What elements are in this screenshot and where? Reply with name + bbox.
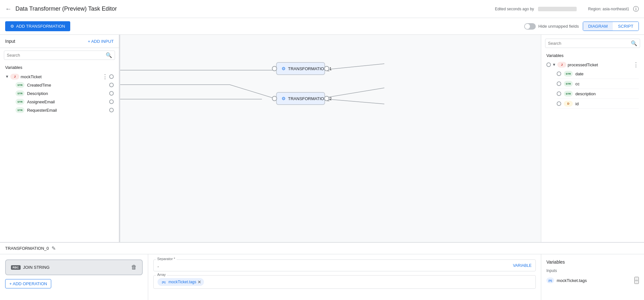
array-tag-mocktickettags: [S] mockTicket.tags ✕ [158, 278, 204, 286]
arrow-icon: ▼ [5, 74, 9, 79]
bottom-content: RBC JOIN STRING 🗑 + ADD OPERATION Separa… [0, 254, 644, 300]
tab-script[interactable]: SCRIPT [613, 22, 639, 31]
right-conn-id[interactable] [557, 101, 561, 106]
transformation-2-node[interactable]: TRANSFORMATION_2 ⚙ [272, 92, 332, 105]
port-right-2[interactable] [324, 96, 329, 101]
right-var-cc: STR cc [557, 79, 639, 89]
user-redacted [538, 7, 577, 11]
right-variable-children: STR date STR cc STR description [546, 69, 639, 109]
child-name-assigneeemail: AssigneeEmail [27, 99, 107, 104]
right-type-cc: STR [564, 81, 573, 87]
right-search-input[interactable] [548, 41, 631, 46]
connector-dot-mockticket[interactable] [109, 74, 114, 79]
separator-field-group: Separator * , VARIABLE [153, 259, 536, 271]
tag-text: mockTicket.tags [168, 280, 196, 284]
bottom-title-bar: TRANSFORMATION_0 ✎ [0, 243, 644, 254]
toolbar: ⚙ ADD TRANSFORMATION Hide unmapped field… [0, 18, 644, 35]
type-badge-str-2: STR [15, 90, 24, 96]
variable-header-mockticket[interactable]: ▼ J mockTicket ⋮ [5, 72, 114, 81]
edited-meta: Edited seconds ago by [495, 7, 534, 11]
operation-label: RBC JOIN STRING [11, 265, 50, 270]
edit-icon[interactable]: ✎ [52, 245, 56, 251]
top-header: ← Data Transformer (Preview) Task Editor… [0, 0, 644, 18]
right-conn-desc[interactable] [557, 91, 561, 96]
svg-text:⚙: ⚙ [282, 66, 286, 71]
left-search-box: 🔍 [4, 51, 115, 60]
right-conn-cc[interactable] [557, 81, 561, 86]
bottom-right-vars-panel: Variables Inputs [S] mockTicket.tags ⎓ [541, 254, 644, 300]
variable-name-mockticket: mockTicket [21, 74, 101, 79]
connector-dot-requester[interactable] [109, 108, 114, 112]
right-name-desc: description [575, 91, 596, 96]
array-input: [S] mockTicket.tags ✕ [153, 275, 536, 289]
left-search-icon[interactable]: 🔍 [106, 52, 112, 58]
back-button[interactable]: ← [5, 5, 12, 13]
var-child-assigneeemail: STR AssigneeEmail [15, 98, 114, 106]
right-connector-processed[interactable] [546, 62, 551, 67]
var-child-createdtime: STR CreatedTime [15, 81, 114, 89]
right-name-cc: cc [575, 81, 580, 86]
view-tabs: DIAGRAM SCRIPT [583, 22, 639, 31]
type-badge-str-3: STR [15, 99, 24, 105]
more-button-mockticket[interactable]: ⋮ [102, 74, 108, 80]
add-transformation-button[interactable]: ⚙ ADD TRANSFORMATION [5, 21, 70, 31]
add-operation-button[interactable]: + ADD OPERATION [5, 279, 51, 288]
canvas-svg: TRANSFORMATION_1 ⚙ TRANSFORMATION_2 ⚙ [120, 35, 541, 242]
connector-dot-description[interactable] [109, 91, 114, 96]
chip-remove-button[interactable]: ✕ [197, 279, 201, 285]
port-left-1[interactable] [272, 66, 277, 71]
operation-card-joinstring: RBC JOIN STRING 🗑 [5, 259, 143, 275]
transformation-1-node[interactable]: TRANSFORMATION_1 ⚙ [272, 62, 332, 75]
gear-icon: ⚙ [10, 24, 14, 29]
hide-unmapped-label: Hide unmapped fields [538, 24, 579, 29]
transformation-name-label: TRANSFORMATION_0 [5, 246, 49, 251]
var-child-description: STR Description [15, 89, 114, 98]
toggle-switch[interactable] [524, 23, 536, 30]
right-search-icon[interactable]: 🔍 [631, 40, 637, 46]
variable-children-mockticket: STR CreatedTime STR Description STR Assi… [5, 81, 114, 114]
hide-unmapped-toggle: Hide unmapped fields [524, 23, 579, 30]
right-variable-header[interactable]: ▼ J processedTicket ⋮ [546, 61, 639, 69]
child-name-createdtime: CreatedTime [27, 83, 107, 88]
type-badge-str-4: STR [15, 107, 24, 113]
port-right-1[interactable] [324, 66, 329, 71]
array-label: Array [156, 273, 167, 277]
connector-dot-assignee[interactable] [109, 99, 114, 104]
port-left-2[interactable] [272, 96, 277, 101]
right-panel: 🔍 Variables ▼ J processedTicket ⋮ STR da… [541, 35, 644, 242]
right-var-date: STR date [557, 69, 639, 79]
conn-line-3 [230, 85, 275, 98]
add-input-button[interactable]: + ADD INPUT [88, 39, 114, 44]
config-panel: Separator * , VARIABLE Array [S] mockTic… [148, 254, 541, 300]
variable-link[interactable]: VARIABLE [513, 263, 532, 268]
add-transformation-label: ADD TRANSFORMATION [16, 24, 65, 29]
separator-label: Separator * [156, 257, 177, 261]
right-variable-name: processedTicket [568, 62, 632, 67]
right-conn-date[interactable] [557, 71, 561, 76]
region-label: Region: asia-northeast1 [588, 7, 629, 11]
rvp-title: Variables [546, 259, 639, 265]
op-name-joinstring: JOIN STRING [23, 265, 50, 270]
right-type-desc: STR [564, 91, 573, 97]
variable-group-mockticket: ▼ J mockTicket ⋮ STR CreatedTime STR Des… [5, 72, 114, 114]
left-variables-section: Variables ▼ J mockTicket ⋮ STR CreatedTi… [0, 62, 119, 118]
right-arrow-icon: ▼ [552, 62, 556, 67]
child-name-requesteremail: RequesterEmail [27, 108, 107, 113]
copy-button-mocktickettags[interactable]: ⎓ [634, 277, 639, 284]
input-panel-title: Input [5, 39, 15, 44]
operations-panel: RBC JOIN STRING 🗑 + ADD OPERATION [0, 254, 148, 300]
right-type-badge-json: J [557, 62, 566, 68]
left-search-input[interactable] [7, 53, 106, 58]
tab-diagram[interactable]: DIAGRAM [583, 22, 613, 31]
connector-dot-createdtime[interactable] [109, 83, 114, 87]
tag-type-s: [S] [160, 279, 167, 285]
page-title: Data Transformer (Preview) Task Editor [15, 5, 491, 12]
svg-text:⚙: ⚙ [282, 96, 286, 101]
type-badge-json: J [10, 74, 19, 80]
left-panel: Input + ADD INPUT 🔍 Variables ▼ J mockTi… [0, 35, 119, 242]
rvp-type-s: [S] [546, 277, 554, 283]
info-icon[interactable]: ⓘ [633, 5, 639, 13]
delete-operation-button[interactable]: 🗑 [131, 264, 137, 271]
right-more-button[interactable]: ⋮ [633, 62, 639, 68]
rvp-item-mocktickettags: [S] mockTicket.tags ⎓ [546, 276, 639, 285]
